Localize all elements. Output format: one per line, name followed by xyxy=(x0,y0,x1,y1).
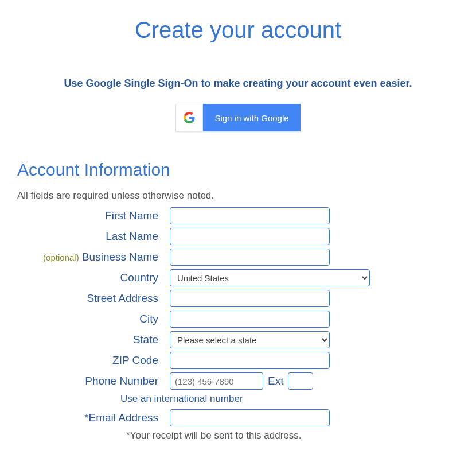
phone-label: Phone Number xyxy=(17,375,170,387)
required-note: All fields are required unless otherwise… xyxy=(17,190,459,201)
google-signin-label: Sign in with Google xyxy=(203,104,300,131)
street-label: Street Address xyxy=(17,292,170,305)
state-label: State xyxy=(17,333,170,346)
first-name-field[interactable] xyxy=(170,207,330,224)
receipt-note: *Your receipt will be sent to this addre… xyxy=(126,430,459,441)
zip-label: ZIP Code xyxy=(17,354,170,367)
google-signin-button[interactable]: Sign in with Google xyxy=(175,104,300,131)
city-field[interactable] xyxy=(170,311,330,328)
google-logo-icon xyxy=(175,104,203,131)
ext-label: Ext xyxy=(268,375,283,387)
optional-tag: (optional) xyxy=(43,253,79,262)
state-select[interactable]: Please select a state xyxy=(170,331,330,348)
sso-prompt: Use Google Single Sign-On to make creati… xyxy=(17,77,459,90)
business-name-field[interactable] xyxy=(170,249,330,266)
last-name-label: Last Name xyxy=(17,230,170,243)
country-select[interactable]: United States xyxy=(170,269,370,286)
first-name-label: First Name xyxy=(17,209,170,222)
page-title: Create your account xyxy=(17,17,459,43)
business-name-label: Business Name xyxy=(82,251,158,263)
section-heading: Account Information xyxy=(17,160,459,180)
phone-field[interactable] xyxy=(170,372,263,390)
email-label: *Email Address xyxy=(17,412,170,424)
street-field[interactable] xyxy=(170,290,330,307)
city-label: City xyxy=(17,313,170,325)
ext-field[interactable] xyxy=(288,372,313,390)
country-label: Country xyxy=(17,271,170,284)
zip-field[interactable] xyxy=(170,352,330,369)
last-name-field[interactable] xyxy=(170,228,330,245)
email-field[interactable] xyxy=(170,409,330,426)
intl-number-link[interactable]: Use an international number xyxy=(120,393,243,404)
